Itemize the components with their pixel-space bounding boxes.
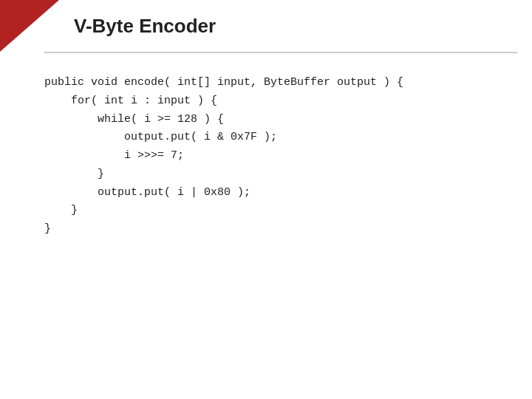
slide-title: V-Byte Encoder — [74, 15, 216, 38]
code-area: public void encode( int[] input, ByteBuf… — [44, 74, 502, 355]
slide-container: V-Byte Encoder public void encode( int[]… — [0, 0, 532, 399]
header: V-Byte Encoder — [0, 0, 532, 52]
divider — [44, 52, 517, 53]
code-block: public void encode( int[] input, ByteBuf… — [44, 74, 502, 239]
